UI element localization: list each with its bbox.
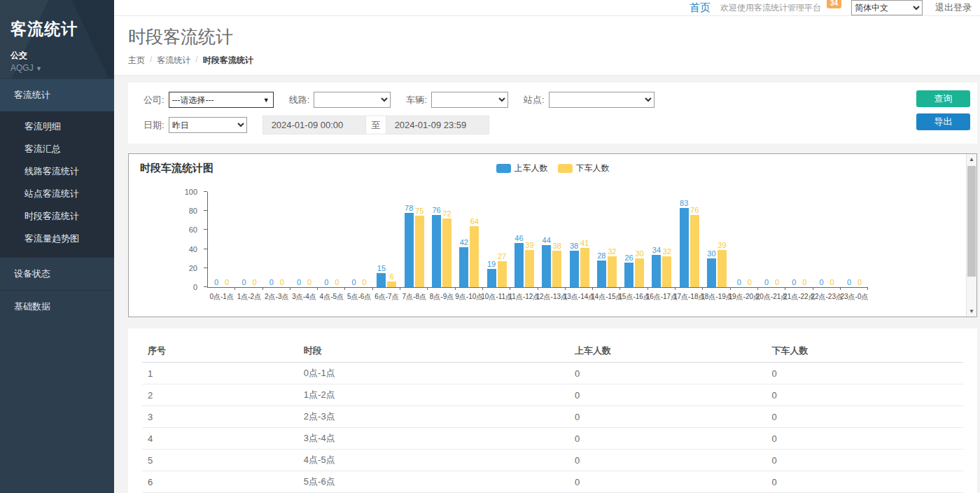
bar-column: 0: [762, 278, 771, 287]
breadcrumb-item[interactable]: 客流统计: [157, 55, 190, 67]
topbar: 首页 欢迎使用客流统计管理平台 34 简体中文 退出登录: [114, 0, 980, 16]
bar-column: 0: [790, 278, 799, 287]
bar[interactable]: [459, 247, 468, 287]
bar[interactable]: [652, 255, 661, 287]
chart-category: 0022点-23点: [813, 192, 841, 302]
bar-value-label: 0: [280, 278, 284, 286]
bar[interactable]: [498, 261, 507, 287]
legend-swatch: [496, 164, 511, 173]
scroll-up-icon[interactable]: ▲: [967, 154, 976, 165]
station-select[interactable]: [549, 92, 654, 108]
date-preset-select[interactable]: 昨日: [169, 117, 247, 133]
bar[interactable]: [635, 258, 644, 287]
company-label: 公司:: [144, 94, 164, 106]
bar-column: 0: [305, 278, 314, 287]
chevron-down-icon: ▼: [36, 65, 42, 72]
sidebar-subitem[interactable]: 客流汇总: [0, 138, 114, 160]
bar-value-label: 72: [442, 209, 451, 218]
station-filter: 站点:: [524, 92, 654, 108]
company-select[interactable]: ---请选择---: [169, 92, 274, 108]
bar[interactable]: [608, 256, 617, 287]
bar-column: 6: [387, 272, 396, 287]
bar[interactable]: [487, 269, 496, 287]
chart-category: 837617点-18点: [676, 192, 703, 302]
org-code-dropdown[interactable]: AQGJ ▼: [10, 63, 114, 73]
table-cell: 0: [766, 450, 963, 471]
bar[interactable]: [597, 261, 606, 287]
bar[interactable]: [680, 208, 689, 287]
vehicle-select[interactable]: [431, 92, 508, 108]
table-row: 21点-2点00: [142, 384, 963, 406]
date-separator: 至: [366, 116, 386, 134]
bar-value-label: 32: [608, 247, 616, 256]
bar-pair: 00: [212, 192, 232, 287]
bar[interactable]: [662, 256, 671, 287]
x-axis-tick-label: 7点-8点: [402, 292, 426, 302]
bar[interactable]: [542, 245, 551, 287]
legend-item[interactable]: 上车人数: [496, 162, 548, 174]
bar-column: 0: [322, 278, 331, 287]
table-cell: 3: [142, 406, 298, 428]
date-to-input[interactable]: [386, 116, 489, 134]
chart-scrollbar[interactable]: ▲ ▼: [966, 154, 976, 317]
x-axis-tick-label: 10点-11点: [481, 292, 512, 302]
bar[interactable]: [718, 250, 727, 287]
table-cell: 4: [142, 428, 298, 450]
legend-item[interactable]: 下车人数: [558, 162, 610, 174]
bar[interactable]: [580, 248, 589, 287]
bar[interactable]: [514, 243, 524, 287]
bar[interactable]: [415, 216, 424, 287]
sidebar-subitem[interactable]: 客流量趋势图: [0, 228, 114, 250]
sidebar-subitem[interactable]: 客流明细: [0, 116, 114, 138]
bar-pair: 00: [295, 192, 314, 287]
line-select[interactable]: [314, 92, 391, 108]
logout-link[interactable]: 退出登录: [935, 1, 972, 14]
bar[interactable]: [552, 251, 561, 287]
table-cell: 3点-4点: [298, 428, 569, 450]
bar[interactable]: [387, 282, 396, 287]
bar[interactable]: [525, 250, 534, 287]
sidebar-subitem[interactable]: 线路客流统计: [0, 160, 114, 183]
export-button[interactable]: 导出: [916, 113, 970, 130]
bar-pair: 7672: [432, 192, 451, 287]
bar[interactable]: [690, 215, 699, 287]
sidebar-subitem[interactable]: 时段客流统计: [0, 205, 114, 228]
filter-panel: 公司: ---请选择--- ▼ 线路: 车辆:: [128, 83, 977, 144]
sidebar-item-base-data[interactable]: 基础数据: [0, 290, 114, 323]
search-button[interactable]: 查询: [916, 90, 970, 107]
bar[interactable]: [432, 215, 441, 287]
message-count-badge[interactable]: 34: [827, 0, 841, 8]
bar-column: 0: [800, 278, 809, 287]
home-link[interactable]: 首页: [690, 1, 710, 15]
date-from-input[interactable]: [262, 116, 366, 134]
bar[interactable]: [405, 213, 414, 287]
sidebar-subitem[interactable]: 站点客流统计: [0, 183, 114, 205]
scroll-down-icon[interactable]: ▼: [967, 306, 976, 317]
scrollbar-thumb[interactable]: [967, 166, 976, 277]
sidebar-submenu: 客流明细客流汇总线路客流统计站点客流统计时段客流统计客流量趋势图: [0, 111, 114, 257]
bar-value-label: 27: [498, 252, 506, 261]
bar-column: 39: [525, 241, 534, 287]
language-select[interactable]: 简体中文: [851, 0, 923, 15]
breadcrumb-item[interactable]: 时段客流统计: [203, 55, 253, 67]
content: 公司: ---请选择--- ▼ 线路: 车辆:: [114, 76, 980, 493]
bar[interactable]: [570, 251, 579, 287]
bar[interactable]: [707, 258, 716, 287]
bar[interactable]: [442, 218, 451, 287]
sidebar-item-device-status[interactable]: 设备状态: [0, 257, 114, 290]
legend-label: 下车人数: [576, 162, 610, 174]
bar[interactable]: [624, 263, 634, 287]
bar-column: 76: [690, 206, 699, 287]
bar-value-label: 38: [553, 242, 561, 250]
bar[interactable]: [377, 273, 386, 287]
main-area: 首页 欢迎使用客流统计管理平台 34 简体中文 退出登录 时段客流统计 主页/客…: [114, 0, 980, 493]
bar-pair: 00: [239, 192, 259, 287]
bar[interactable]: [470, 226, 479, 287]
sidebar-item-passenger-stats[interactable]: 客流统计: [0, 78, 114, 111]
breadcrumb-item[interactable]: 主页: [128, 55, 145, 67]
bar-value-label: 0: [792, 278, 796, 286]
page-heading: 时段客流统计 主页/客流统计/时段客流统计: [114, 16, 980, 76]
bar-column: 0: [267, 278, 276, 287]
table-cell: 0: [766, 471, 963, 493]
chart-category: 76728点-9点: [428, 192, 455, 302]
